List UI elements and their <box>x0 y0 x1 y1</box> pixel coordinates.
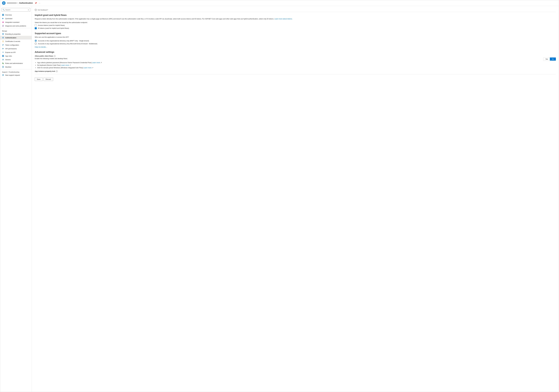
owners-label: Owners <box>5 59 11 61</box>
svg-point-9 <box>3 41 4 42</box>
id-token-checkbox[interactable] <box>35 27 37 29</box>
allow-public-flows-info-icon[interactable]: i <box>54 55 56 57</box>
svg-rect-2 <box>2 15 3 16</box>
quickstart-icon <box>2 18 4 19</box>
implicit-grant-desc: Request a token directly from the author… <box>35 18 556 20</box>
svg-rect-0 <box>2 14 3 15</box>
allow-public-flows-label: Allow public client flows i <box>35 55 556 57</box>
sidebar-item-manifest[interactable]: Manifest <box>0 65 32 69</box>
id-token-label: ID tokens (used for implicit and hybrid … <box>38 27 69 29</box>
support-icon <box>2 74 4 76</box>
svg-point-16 <box>3 48 4 49</box>
new-support-label: New support request <box>5 74 20 76</box>
advanced-settings-title: Advanced settings <box>35 51 556 53</box>
expose-label: Expose an API <box>5 51 16 53</box>
svg-rect-1 <box>3 14 4 15</box>
sidebar-item-app-roles[interactable]: App roles <box>0 54 32 58</box>
account-type-radio-group: Accounts in this organizational director… <box>35 40 556 45</box>
sidebar-item-branding[interactable]: Branding & properties <box>0 32 32 36</box>
id-token-row: ID tokens (used for implicit and hybrid … <box>35 27 556 29</box>
access-token-label: Access tokens (used for implicit flows) <box>38 24 65 26</box>
support-section-label: Support + Troubleshooting <box>0 70 32 73</box>
toggle-yes-button[interactable]: Yes <box>543 57 550 61</box>
svg-point-15 <box>2 48 3 49</box>
external-icon-2: ↗ <box>92 67 93 69</box>
logo-inner <box>3 2 5 4</box>
more-button[interactable]: ··· <box>38 2 41 4</box>
single-tenant-radio[interactable] <box>35 40 37 42</box>
supported-accounts-section: Supported account types Who can use this… <box>35 32 556 48</box>
learn-more-tokens-link[interactable]: Learn more about tokens. <box>274 18 292 20</box>
search-box[interactable]: 🔍 « <box>2 8 30 12</box>
expose-icon <box>2 51 4 53</box>
app-instance-lock-row: App instance property lock i <box>35 70 556 72</box>
app-logo <box>2 1 6 5</box>
bullet-item-0: App collects plaintext password (Resourc… <box>37 62 556 64</box>
sidebar-item-quickstart[interactable]: Quickstart <box>0 17 32 20</box>
access-token-row: Access tokens (used for implicit flows) <box>35 24 556 26</box>
breadcrumb: | Authentication <box>7 2 33 4</box>
logo-arrow <box>3 3 4 4</box>
svg-rect-3 <box>3 15 4 16</box>
feedback-bar: Got feedback? <box>35 8 556 12</box>
app-instance-lock-info-icon[interactable]: i <box>56 71 58 72</box>
multitenant-radio[interactable] <box>35 43 37 45</box>
sidebar-item-authentication[interactable]: Authentication <box>0 36 32 39</box>
branding-icon <box>2 33 4 35</box>
collapse-button[interactable]: « <box>28 9 29 11</box>
feedback-label: Got feedback? <box>38 9 48 11</box>
discard-button[interactable]: Discard <box>44 78 53 81</box>
bullet-item-2: SSO for domain-joined Windows (Windows I… <box>37 67 556 69</box>
save-button[interactable]: Save <box>35 78 43 81</box>
search-input[interactable] <box>5 9 27 11</box>
auth-label: Authentication <box>5 37 16 39</box>
implicit-grant-section: Implicit grant and hybrid flows Request … <box>35 14 556 29</box>
access-token-checkbox[interactable] <box>35 24 37 26</box>
certs-label: Certificates & secrets <box>5 40 20 42</box>
overview-icon <box>2 14 4 16</box>
svg-rect-25 <box>2 66 4 68</box>
owners-icon <box>2 59 4 61</box>
bullet-0-link[interactable]: Learn more <box>92 62 100 64</box>
bullet-2-link[interactable]: Learn more <box>84 67 92 69</box>
sidebar-item-integration[interactable]: Integration assistant <box>0 20 32 24</box>
sidebar-item-new-support[interactable]: New support request <box>0 73 32 77</box>
manage-section-label: Manage <box>0 29 32 32</box>
sidebar-item-certs[interactable]: Certificates & secrets <box>0 39 32 43</box>
help-me-decide-link[interactable]: Help me decide... <box>35 46 47 48</box>
app-roles-label: App roles <box>5 55 12 57</box>
header-actions: 📌 ··· <box>34 2 41 4</box>
multitenant-row: Accounts in any organizational directory… <box>35 43 556 45</box>
search-icon: 🔍 <box>3 9 5 11</box>
header: | Authentication 📌 ··· <box>0 0 559 6</box>
sidebar-item-expose[interactable]: Expose an API <box>0 50 32 54</box>
api-perm-icon <box>2 48 4 50</box>
sidebar-item-overview[interactable]: Overview <box>0 13 32 17</box>
supported-accounts-title: Supported account types <box>35 32 556 35</box>
sidebar-item-token[interactable]: Token configuration <box>0 43 32 47</box>
svg-point-24 <box>3 64 4 64</box>
bullet-1-link[interactable]: Learn more <box>61 64 69 66</box>
svg-point-17 <box>3 52 3 52</box>
svg-marker-4 <box>2 18 4 19</box>
sidebar-item-roles-admin[interactable]: Roles and administrators <box>0 61 32 65</box>
sidebar-item-owners[interactable]: Owners <box>0 58 32 61</box>
svg-rect-21 <box>3 56 4 57</box>
token-label: Token configuration <box>5 44 19 46</box>
roles-admin-icon <box>2 62 4 64</box>
public-flows-bullet-list: App collects plaintext password (Resourc… <box>37 62 556 69</box>
single-tenant-label: Accounts in this organizational director… <box>38 40 89 42</box>
content-area: Got feedback? Implicit grant and hybrid … <box>32 6 559 392</box>
diagnose-label: Diagnose and solve problems <box>5 25 26 27</box>
bullet-item-1: No keyboard (Device Code Flow) Learn mor… <box>37 64 556 66</box>
sidebar-item-diagnose[interactable]: Diagnose and solve problems <box>0 24 32 28</box>
svg-rect-18 <box>2 55 3 56</box>
advanced-settings-section: Advanced settings Allow public client fl… <box>35 51 556 72</box>
sidebar-item-api-perm[interactable]: API permissions <box>0 47 32 50</box>
svg-rect-19 <box>3 55 4 56</box>
manifest-icon <box>2 66 4 68</box>
app-container: | Authentication 📌 ··· 🔍 « Overview <box>0 0 559 392</box>
pin-button[interactable]: 📌 <box>34 2 37 4</box>
toggle-no-button[interactable]: No <box>550 57 556 61</box>
overview-label: Overview <box>5 14 12 16</box>
